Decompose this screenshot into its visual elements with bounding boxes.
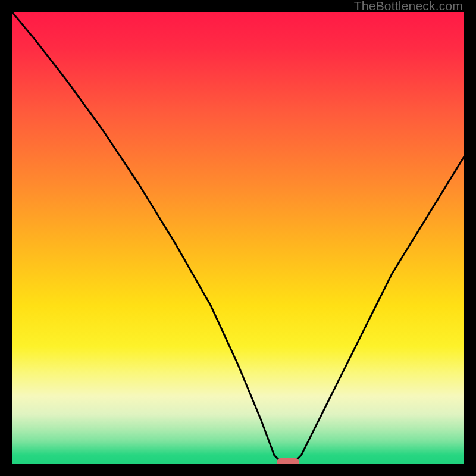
optimal-marker (277, 458, 299, 464)
watermark-text: TheBottleneck.com (354, 0, 463, 13)
chart-canvas: TheBottleneck.com (0, 0, 476, 476)
plot-area (12, 12, 464, 464)
curve-path (12, 12, 464, 464)
bottleneck-curve (12, 12, 464, 464)
